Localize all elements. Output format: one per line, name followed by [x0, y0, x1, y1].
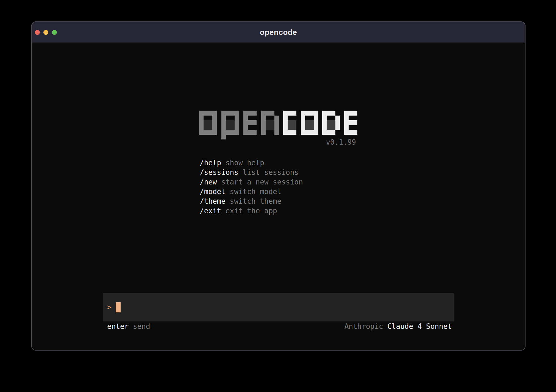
prompt-input[interactable]: > [103, 293, 454, 321]
command-row: /newstart a new session [200, 177, 303, 187]
terminal: v0.1.99 /helpshow help/sessionslist sess… [32, 43, 525, 350]
command-description: switch model [230, 187, 282, 196]
desktop: opencode v0.1.99 /helpshow help/sessions… [0, 0, 556, 392]
provider-label: Anthropic [344, 322, 383, 331]
statusbar: entersend AnthropicClaude 4 Sonnet [103, 322, 454, 331]
command-name: /theme [200, 197, 226, 205]
command-name: /model [200, 187, 226, 196]
command-name: /new [200, 178, 217, 186]
minimize-button[interactable] [43, 30, 48, 35]
command-row: /helpshow help [200, 158, 303, 168]
command-name: /help [200, 159, 221, 167]
text-cursor [116, 302, 121, 312]
opencode-logo [199, 111, 357, 140]
command-row: /modelswitch model [200, 187, 303, 197]
command-row: /exitexit the app [200, 206, 303, 216]
version-label: v0.1.99 [326, 138, 356, 147]
command-description: list sessions [243, 168, 299, 177]
command-description: show help [226, 159, 264, 167]
window-controls [35, 22, 57, 43]
app-window: opencode v0.1.99 /helpshow help/sessions… [31, 21, 526, 351]
command-row: /sessionslist sessions [200, 168, 303, 177]
command-name: /sessions [200, 168, 238, 177]
model-label: Claude 4 Sonnet [387, 322, 452, 331]
close-button[interactable] [35, 30, 40, 35]
prompt-symbol: > [107, 303, 112, 312]
model-indicator: AnthropicClaude 4 Sonnet [344, 322, 452, 331]
window-title: opencode [260, 28, 297, 37]
keybind-hint: entersend [107, 322, 150, 331]
command-name: /exit [200, 207, 221, 215]
command-row: /themeswitch theme [200, 197, 303, 206]
titlebar: opencode [32, 22, 525, 43]
zoom-button[interactable] [52, 30, 57, 35]
command-description: exit the app [226, 207, 277, 215]
command-description: start a new session [221, 178, 303, 186]
command-description: switch theme [230, 197, 282, 205]
send-label: send [133, 322, 150, 331]
enter-key-hint: enter [107, 322, 129, 331]
command-list: /helpshow help/sessionslist sessions/new… [200, 158, 303, 216]
